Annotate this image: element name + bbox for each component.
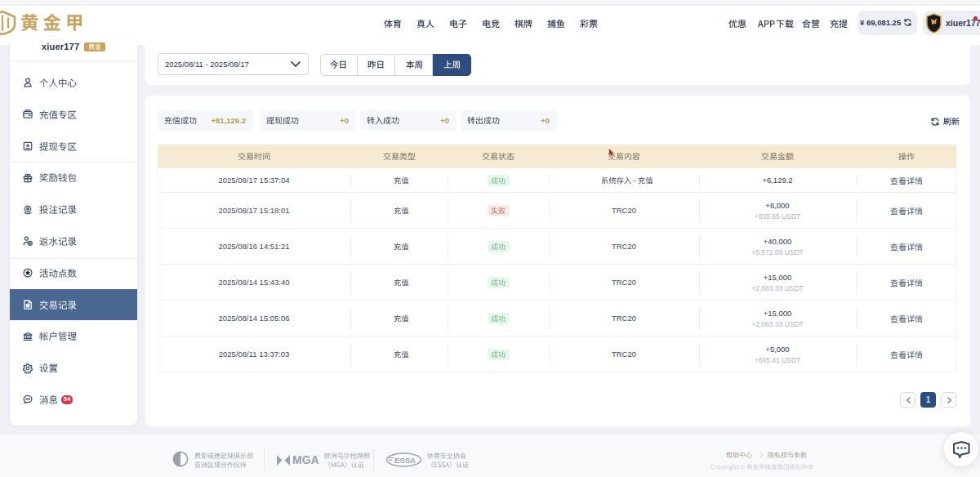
svg-text:ESSA: ESSA [394,456,416,465]
